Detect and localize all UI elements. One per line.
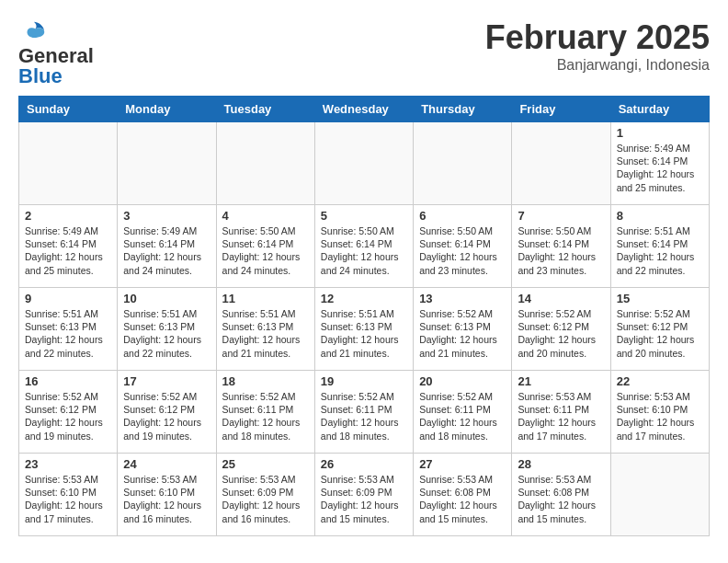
calendar-day-cell	[512, 122, 610, 205]
calendar-day-header: Thursday	[414, 97, 512, 122]
day-number: 13	[419, 292, 506, 305]
calendar-week-row: 1Sunrise: 5:49 AM Sunset: 6:14 PM Daylig…	[19, 122, 710, 205]
calendar-day-cell	[610, 454, 709, 536]
day-number: 4	[222, 209, 309, 223]
calendar-day-header: Monday	[118, 97, 216, 122]
day-info: Sunrise: 5:52 AM Sunset: 6:11 PM Dayligh…	[222, 390, 309, 442]
calendar-day-cell: 5Sunrise: 5:50 AM Sunset: 6:14 PM Daylig…	[314, 205, 413, 288]
day-info: Sunrise: 5:53 AM Sunset: 6:08 PM Dayligh…	[419, 473, 506, 525]
day-number: 16	[25, 374, 111, 388]
day-number: 10	[123, 292, 210, 305]
calendar-day-cell: 24Sunrise: 5:53 AM Sunset: 6:10 PM Dayli…	[118, 454, 216, 536]
day-info: Sunrise: 5:52 AM Sunset: 6:11 PM Dayligh…	[419, 390, 506, 442]
calendar-day-cell: 27Sunrise: 5:53 AM Sunset: 6:08 PM Dayli…	[414, 454, 512, 536]
location-subtitle: Banjarwangi, Indonesia	[485, 57, 710, 74]
day-info: Sunrise: 5:50 AM Sunset: 6:14 PM Dayligh…	[222, 224, 309, 277]
day-number: 18	[222, 374, 309, 388]
calendar-day-cell: 6Sunrise: 5:50 AM Sunset: 6:14 PM Daylig…	[414, 205, 512, 288]
day-info: Sunrise: 5:53 AM Sunset: 6:10 PM Dayligh…	[123, 473, 210, 525]
day-number: 20	[419, 374, 506, 388]
day-info: Sunrise: 5:53 AM Sunset: 6:11 PM Dayligh…	[518, 390, 604, 442]
day-number: 8	[617, 209, 703, 223]
calendar-day-cell: 7Sunrise: 5:50 AM Sunset: 6:14 PM Daylig…	[512, 205, 610, 288]
calendar-day-cell: 4Sunrise: 5:50 AM Sunset: 6:14 PM Daylig…	[216, 205, 314, 288]
calendar-day-cell: 14Sunrise: 5:52 AM Sunset: 6:12 PM Dayli…	[512, 288, 610, 371]
day-number: 2	[25, 209, 111, 223]
day-number: 26	[321, 457, 407, 471]
calendar-week-row: 16Sunrise: 5:52 AM Sunset: 6:12 PM Dayli…	[19, 371, 710, 454]
day-info: Sunrise: 5:51 AM Sunset: 6:13 PM Dayligh…	[321, 307, 407, 360]
calendar-day-cell: 28Sunrise: 5:53 AM Sunset: 6:08 PM Dayli…	[512, 454, 610, 536]
calendar-day-cell: 21Sunrise: 5:53 AM Sunset: 6:11 PM Dayli…	[512, 371, 610, 454]
day-number: 15	[617, 292, 703, 305]
calendar-day-cell: 9Sunrise: 5:51 AM Sunset: 6:13 PM Daylig…	[19, 288, 118, 371]
calendar-day-cell: 22Sunrise: 5:53 AM Sunset: 6:10 PM Dayli…	[610, 371, 709, 454]
calendar-day-header: Sunday	[19, 97, 118, 122]
day-number: 25	[222, 457, 309, 471]
day-info: Sunrise: 5:50 AM Sunset: 6:14 PM Dayligh…	[419, 224, 506, 277]
page-header: General Blue February 2025 Banjarwangi, …	[18, 18, 710, 86]
calendar-day-cell: 3Sunrise: 5:49 AM Sunset: 6:14 PM Daylig…	[118, 205, 216, 288]
day-info: Sunrise: 5:51 AM Sunset: 6:13 PM Dayligh…	[222, 307, 309, 360]
day-info: Sunrise: 5:50 AM Sunset: 6:14 PM Dayligh…	[321, 224, 407, 277]
day-info: Sunrise: 5:49 AM Sunset: 6:14 PM Dayligh…	[617, 142, 703, 194]
calendar-day-cell	[314, 122, 413, 205]
day-number: 27	[419, 457, 506, 471]
logo-blue: Blue	[18, 64, 63, 87]
calendar-header-row: SundayMondayTuesdayWednesdayThursdayFrid…	[19, 97, 710, 122]
calendar-day-cell	[414, 122, 512, 205]
month-year-title: February 2025	[485, 18, 710, 57]
calendar-day-cell: 16Sunrise: 5:52 AM Sunset: 6:12 PM Dayli…	[19, 371, 118, 454]
day-info: Sunrise: 5:50 AM Sunset: 6:14 PM Dayligh…	[518, 224, 604, 277]
calendar-day-cell: 1Sunrise: 5:49 AM Sunset: 6:14 PM Daylig…	[610, 122, 709, 205]
day-info: Sunrise: 5:53 AM Sunset: 6:08 PM Dayligh…	[518, 473, 604, 525]
calendar-day-cell: 8Sunrise: 5:51 AM Sunset: 6:14 PM Daylig…	[610, 205, 709, 288]
day-number: 5	[321, 209, 407, 223]
calendar-day-cell: 11Sunrise: 5:51 AM Sunset: 6:13 PM Dayli…	[216, 288, 314, 371]
calendar-day-header: Tuesday	[216, 97, 314, 122]
day-number: 24	[123, 457, 210, 471]
day-info: Sunrise: 5:53 AM Sunset: 6:10 PM Dayligh…	[617, 390, 703, 442]
day-number: 6	[419, 209, 506, 223]
calendar-day-cell	[118, 122, 216, 205]
calendar-day-cell: 18Sunrise: 5:52 AM Sunset: 6:11 PM Dayli…	[216, 371, 314, 454]
day-info: Sunrise: 5:52 AM Sunset: 6:12 PM Dayligh…	[617, 307, 703, 360]
calendar-week-row: 23Sunrise: 5:53 AM Sunset: 6:10 PM Dayli…	[19, 454, 710, 536]
day-info: Sunrise: 5:49 AM Sunset: 6:14 PM Dayligh…	[25, 224, 111, 277]
day-info: Sunrise: 5:52 AM Sunset: 6:13 PM Dayligh…	[419, 307, 506, 360]
day-info: Sunrise: 5:52 AM Sunset: 6:12 PM Dayligh…	[25, 390, 111, 442]
day-number: 1	[617, 126, 703, 140]
calendar-day-cell: 26Sunrise: 5:53 AM Sunset: 6:09 PM Dayli…	[314, 454, 413, 536]
calendar-week-row: 9Sunrise: 5:51 AM Sunset: 6:13 PM Daylig…	[19, 288, 710, 371]
calendar-day-cell: 25Sunrise: 5:53 AM Sunset: 6:09 PM Dayli…	[216, 454, 314, 536]
day-number: 21	[518, 374, 604, 388]
day-info: Sunrise: 5:49 AM Sunset: 6:14 PM Dayligh…	[123, 224, 210, 277]
day-number: 28	[518, 457, 604, 471]
calendar-day-cell: 19Sunrise: 5:52 AM Sunset: 6:11 PM Dayli…	[314, 371, 413, 454]
day-info: Sunrise: 5:52 AM Sunset: 6:12 PM Dayligh…	[123, 390, 210, 442]
day-info: Sunrise: 5:52 AM Sunset: 6:12 PM Dayligh…	[518, 307, 604, 360]
calendar-day-cell: 13Sunrise: 5:52 AM Sunset: 6:13 PM Dayli…	[414, 288, 512, 371]
logo-bird-icon	[20, 18, 48, 46]
day-number: 17	[123, 374, 210, 388]
day-number: 19	[321, 374, 407, 388]
day-number: 7	[518, 209, 604, 223]
title-block: February 2025 Banjarwangi, Indonesia	[485, 18, 710, 74]
day-number: 14	[518, 292, 604, 305]
day-info: Sunrise: 5:53 AM Sunset: 6:09 PM Dayligh…	[321, 473, 407, 525]
logo: General Blue	[18, 18, 94, 86]
calendar-day-header: Friday	[512, 97, 610, 122]
day-info: Sunrise: 5:53 AM Sunset: 6:10 PM Dayligh…	[25, 473, 111, 525]
day-number: 9	[25, 292, 111, 305]
calendar-day-cell: 10Sunrise: 5:51 AM Sunset: 6:13 PM Dayli…	[118, 288, 216, 371]
calendar-day-cell: 2Sunrise: 5:49 AM Sunset: 6:14 PM Daylig…	[19, 205, 118, 288]
day-number: 11	[222, 292, 309, 305]
calendar-day-header: Wednesday	[314, 97, 413, 122]
day-info: Sunrise: 5:51 AM Sunset: 6:13 PM Dayligh…	[25, 307, 111, 360]
calendar-day-cell	[19, 122, 118, 205]
calendar-week-row: 2Sunrise: 5:49 AM Sunset: 6:14 PM Daylig…	[19, 205, 710, 288]
day-number: 12	[321, 292, 407, 305]
calendar-day-cell: 17Sunrise: 5:52 AM Sunset: 6:12 PM Dayli…	[118, 371, 216, 454]
day-info: Sunrise: 5:53 AM Sunset: 6:09 PM Dayligh…	[222, 473, 309, 525]
day-number: 23	[25, 457, 111, 471]
